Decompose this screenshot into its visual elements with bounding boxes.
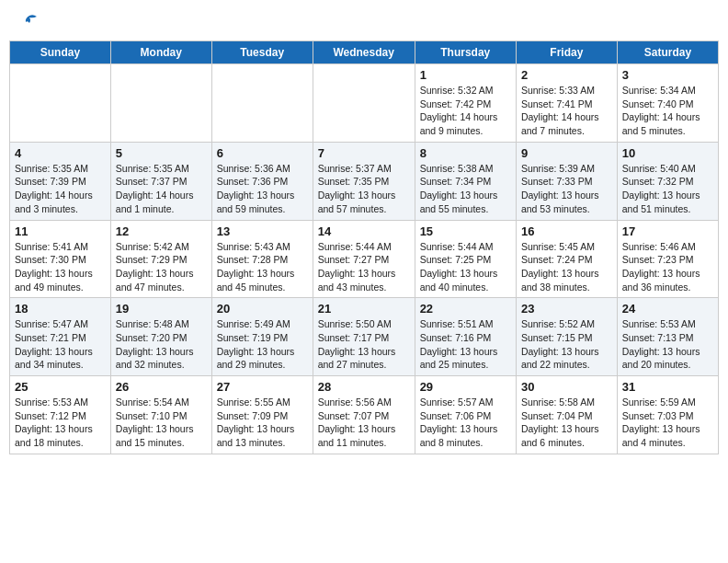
calendar-cell: 3Sunrise: 5:34 AMSunset: 7:40 PMDaylight… (617, 64, 718, 143)
day-number: 1 (420, 68, 511, 82)
day-number: 24 (622, 302, 713, 316)
calendar-cell: 11Sunrise: 5:41 AMSunset: 7:30 PMDayligh… (10, 220, 111, 298)
day-number: 12 (116, 224, 207, 238)
calendar-cell: 9Sunrise: 5:39 AMSunset: 7:33 PMDaylight… (516, 142, 617, 220)
day-number: 28 (318, 380, 410, 394)
calendar-cell: 5Sunrise: 5:35 AMSunset: 7:37 PMDaylight… (110, 142, 211, 220)
day-info: Sunrise: 5:34 AMSunset: 7:40 PMDaylight:… (622, 84, 713, 138)
day-info: Sunrise: 5:42 AMSunset: 7:29 PMDaylight:… (116, 240, 207, 294)
day-number: 30 (521, 380, 612, 394)
day-number: 29 (420, 380, 511, 394)
calendar-cell (313, 64, 415, 143)
day-number: 23 (521, 302, 612, 316)
day-header-sunday: Sunday (10, 41, 111, 64)
day-info: Sunrise: 5:35 AMSunset: 7:39 PMDaylight:… (15, 162, 106, 216)
day-number: 10 (622, 146, 713, 160)
day-info: Sunrise: 5:36 AMSunset: 7:36 PMDaylight:… (217, 162, 308, 216)
day-number: 18 (15, 302, 106, 316)
calendar-cell: 2Sunrise: 5:33 AMSunset: 7:41 PMDaylight… (516, 64, 617, 143)
day-info: Sunrise: 5:58 AMSunset: 7:04 PMDaylight:… (521, 396, 612, 450)
calendar-cell: 17Sunrise: 5:46 AMSunset: 7:23 PMDayligh… (617, 220, 718, 298)
calendar-cell: 29Sunrise: 5:57 AMSunset: 7:06 PMDayligh… (415, 376, 516, 454)
day-info: Sunrise: 5:35 AMSunset: 7:37 PMDaylight:… (116, 162, 207, 216)
day-info: Sunrise: 5:37 AMSunset: 7:35 PMDaylight:… (318, 162, 410, 216)
calendar-cell: 30Sunrise: 5:58 AMSunset: 7:04 PMDayligh… (516, 376, 617, 454)
calendar-cell: 25Sunrise: 5:53 AMSunset: 7:12 PMDayligh… (10, 376, 111, 454)
day-number: 21 (318, 302, 410, 316)
calendar-cell (110, 64, 211, 143)
day-header-tuesday: Tuesday (211, 41, 313, 64)
day-info: Sunrise: 5:53 AMSunset: 7:13 PMDaylight:… (622, 317, 713, 372)
calendar-cell: 8Sunrise: 5:38 AMSunset: 7:34 PMDaylight… (415, 142, 516, 220)
day-number: 15 (420, 224, 511, 238)
day-info: Sunrise: 5:33 AMSunset: 7:41 PMDaylight:… (521, 84, 612, 138)
day-number: 31 (622, 380, 713, 394)
day-info: Sunrise: 5:44 AMSunset: 7:27 PMDaylight:… (318, 240, 410, 294)
calendar-cell: 7Sunrise: 5:37 AMSunset: 7:35 PMDaylight… (313, 142, 415, 220)
calendar-table: SundayMondayTuesdayWednesdayThursdayFrid… (9, 40, 719, 454)
calendar-cell: 1Sunrise: 5:32 AMSunset: 7:42 PMDaylight… (415, 64, 516, 143)
day-info: Sunrise: 5:47 AMSunset: 7:21 PMDaylight:… (15, 317, 106, 372)
calendar-cell: 6Sunrise: 5:36 AMSunset: 7:36 PMDaylight… (211, 142, 313, 220)
calendar-cell: 27Sunrise: 5:55 AMSunset: 7:09 PMDayligh… (211, 376, 313, 454)
calendar-cell: 28Sunrise: 5:56 AMSunset: 7:07 PMDayligh… (313, 376, 415, 454)
day-info: Sunrise: 5:55 AMSunset: 7:09 PMDaylight:… (217, 396, 308, 450)
day-info: Sunrise: 5:44 AMSunset: 7:25 PMDaylight:… (420, 240, 511, 294)
day-info: Sunrise: 5:45 AMSunset: 7:24 PMDaylight:… (521, 240, 612, 294)
logo (18, 14, 39, 27)
day-number: 14 (318, 224, 410, 238)
day-number: 27 (217, 380, 308, 394)
day-number: 5 (116, 146, 207, 160)
calendar-cell: 14Sunrise: 5:44 AMSunset: 7:27 PMDayligh… (313, 220, 415, 298)
day-info: Sunrise: 5:56 AMSunset: 7:07 PMDaylight:… (318, 396, 410, 450)
day-number: 13 (217, 224, 308, 238)
day-info: Sunrise: 5:50 AMSunset: 7:17 PMDaylight:… (318, 317, 410, 372)
calendar-cell: 20Sunrise: 5:49 AMSunset: 7:19 PMDayligh… (211, 298, 313, 376)
day-number: 25 (15, 380, 106, 394)
day-header-friday: Friday (516, 41, 617, 64)
day-info: Sunrise: 5:54 AMSunset: 7:10 PMDaylight:… (116, 396, 207, 450)
calendar-cell: 4Sunrise: 5:35 AMSunset: 7:39 PMDaylight… (10, 142, 111, 220)
day-info: Sunrise: 5:49 AMSunset: 7:19 PMDaylight:… (217, 317, 308, 372)
calendar-cell: 19Sunrise: 5:48 AMSunset: 7:20 PMDayligh… (110, 298, 211, 376)
day-header-saturday: Saturday (617, 41, 718, 64)
calendar-cell: 10Sunrise: 5:40 AMSunset: 7:32 PMDayligh… (617, 142, 718, 220)
day-info: Sunrise: 5:59 AMSunset: 7:03 PMDaylight:… (622, 396, 713, 450)
day-info: Sunrise: 5:51 AMSunset: 7:16 PMDaylight:… (420, 317, 511, 372)
day-header-monday: Monday (110, 41, 211, 64)
calendar-cell (10, 64, 111, 143)
day-number: 20 (217, 302, 308, 316)
calendar-cell: 18Sunrise: 5:47 AMSunset: 7:21 PMDayligh… (10, 298, 111, 376)
day-info: Sunrise: 5:43 AMSunset: 7:28 PMDaylight:… (217, 240, 308, 294)
day-number: 26 (116, 380, 207, 394)
day-number: 7 (318, 146, 410, 160)
day-number: 8 (420, 146, 511, 160)
calendar-cell: 12Sunrise: 5:42 AMSunset: 7:29 PMDayligh… (110, 220, 211, 298)
page-header (9, 9, 719, 31)
calendar-cell: 13Sunrise: 5:43 AMSunset: 7:28 PMDayligh… (211, 220, 313, 298)
day-number: 6 (217, 146, 308, 160)
calendar-cell: 15Sunrise: 5:44 AMSunset: 7:25 PMDayligh… (415, 220, 516, 298)
calendar-cell (211, 64, 313, 143)
calendar-cell: 21Sunrise: 5:50 AMSunset: 7:17 PMDayligh… (313, 298, 415, 376)
day-info: Sunrise: 5:40 AMSunset: 7:32 PMDaylight:… (622, 162, 713, 216)
day-info: Sunrise: 5:38 AMSunset: 7:34 PMDaylight:… (420, 162, 511, 216)
day-info: Sunrise: 5:57 AMSunset: 7:06 PMDaylight:… (420, 396, 511, 450)
day-number: 19 (116, 302, 207, 316)
day-info: Sunrise: 5:52 AMSunset: 7:15 PMDaylight:… (521, 317, 612, 372)
day-number: 9 (521, 146, 612, 160)
day-info: Sunrise: 5:32 AMSunset: 7:42 PMDaylight:… (420, 84, 511, 138)
day-number: 3 (622, 68, 713, 82)
day-info: Sunrise: 5:41 AMSunset: 7:30 PMDaylight:… (15, 240, 106, 294)
day-info: Sunrise: 5:46 AMSunset: 7:23 PMDaylight:… (622, 240, 713, 294)
calendar-cell: 22Sunrise: 5:51 AMSunset: 7:16 PMDayligh… (415, 298, 516, 376)
day-number: 2 (521, 68, 612, 82)
logo-bird-icon (20, 14, 39, 30)
day-info: Sunrise: 5:53 AMSunset: 7:12 PMDaylight:… (15, 396, 106, 450)
day-number: 11 (15, 224, 106, 238)
calendar-cell: 31Sunrise: 5:59 AMSunset: 7:03 PMDayligh… (617, 376, 718, 454)
calendar-cell: 24Sunrise: 5:53 AMSunset: 7:13 PMDayligh… (617, 298, 718, 376)
day-number: 17 (622, 224, 713, 238)
day-number: 16 (521, 224, 612, 238)
day-header-thursday: Thursday (415, 41, 516, 64)
